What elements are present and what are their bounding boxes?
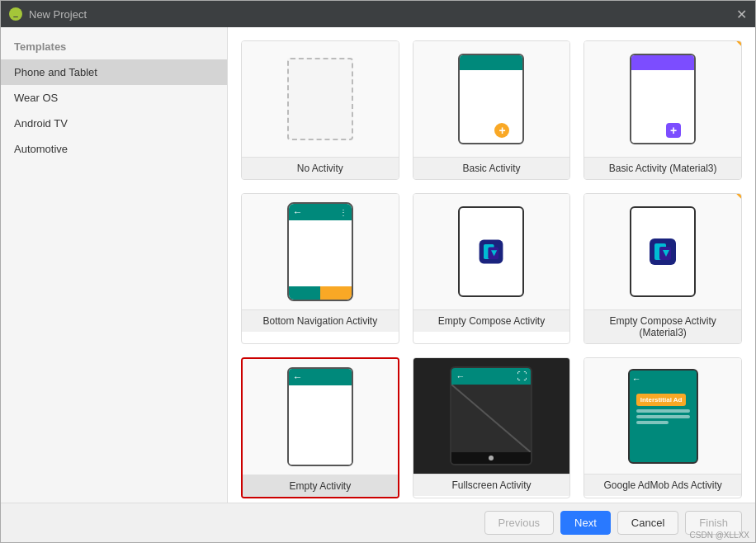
template-label-empty-compose-material3: Empty Compose Activity (Material3) bbox=[584, 309, 741, 343]
title-bar: New Project ✕ bbox=[1, 1, 755, 27]
admob-topbar: ← bbox=[630, 371, 697, 387]
template-label-bottom-nav: Bottom Navigation Activity bbox=[242, 309, 399, 332]
fullscreen-body bbox=[451, 385, 531, 452]
template-card-empty-activity[interactable]: ← Empty Activity bbox=[241, 357, 399, 498]
fullscreen-expand-icon: ⛶ bbox=[517, 371, 527, 382]
compose-m3-preview-ribbon: PREVIEW bbox=[706, 194, 741, 207]
template-card-admob[interactable]: ← Interstitial Ad Google AdMob Ads Activ… bbox=[584, 357, 742, 498]
admob-line-1 bbox=[636, 409, 690, 413]
template-preview-fullscreen: ← ⛶ bbox=[413, 358, 570, 474]
bottom-nav-mockup: ← ⋮ bbox=[287, 202, 353, 301]
material3-topbar bbox=[631, 55, 694, 70]
sidebar-item-automotive[interactable]: Automotive bbox=[1, 136, 227, 162]
template-card-empty-compose-material3[interactable]: PREVIEW Empty Compose Activity (Material… bbox=[584, 193, 742, 344]
template-card-fullscreen[interactable]: ← ⛶ bbox=[413, 357, 571, 498]
bottom-nav-bar bbox=[289, 286, 352, 300]
sidebar-section-label: Templates bbox=[1, 34, 227, 59]
material3-mockup: + bbox=[630, 54, 696, 144]
basic-activity-fab: + bbox=[494, 123, 509, 138]
basic-activity-topbar bbox=[460, 55, 522, 70]
next-button[interactable]: Next bbox=[560, 511, 611, 535]
basic-activity-mockup: + bbox=[458, 54, 524, 144]
fullscreen-mockup: ← ⛶ bbox=[450, 366, 532, 465]
material3-fab: + bbox=[666, 123, 681, 138]
preview-ribbon: PREVIEW bbox=[706, 41, 741, 54]
template-card-basic-activity[interactable]: + Basic Activity bbox=[413, 40, 571, 180]
admob-line-2 bbox=[636, 415, 690, 418]
empty-back-arrow-icon: ← bbox=[293, 371, 303, 383]
fullscreen-bottom-nav bbox=[451, 452, 531, 464]
sidebar-item-phone-tablet[interactable]: Phone and Tablet bbox=[1, 59, 227, 85]
admob-ad-label: Interstitial Ad bbox=[636, 394, 687, 406]
fullscreen-back-icon: ← bbox=[456, 371, 465, 381]
svg-rect-1 bbox=[12, 13, 19, 17]
admob-mockup: ← Interstitial Ad bbox=[628, 369, 698, 464]
template-label-no-activity: No Activity bbox=[242, 157, 399, 179]
empty-activity-mockup: ← bbox=[287, 367, 353, 466]
template-card-bottom-navigation[interactable]: ← ⋮ Bottom Navigation Activity bbox=[241, 193, 399, 344]
compose-m3-logo-icon bbox=[646, 235, 679, 268]
bottom-nav-topbar: ← ⋮ bbox=[289, 204, 352, 220]
template-grid-area: No Activity + Basic Activity bbox=[228, 27, 755, 503]
sidebar: Templates Phone and Tablet Wear OS Andro… bbox=[1, 27, 228, 503]
cancel-button[interactable]: Cancel bbox=[617, 511, 678, 535]
template-card-no-activity[interactable]: No Activity bbox=[241, 40, 399, 180]
android-icon bbox=[9, 7, 22, 21]
template-card-empty-compose[interactable]: Empty Compose Activity bbox=[413, 193, 571, 344]
empty-activity-body bbox=[289, 385, 352, 465]
admob-line-3 bbox=[636, 421, 669, 424]
svg-point-5 bbox=[17, 11, 17, 12]
compose-logo-icon bbox=[476, 237, 506, 267]
template-preview-empty-compose bbox=[413, 194, 570, 309]
previous-button[interactable]: Previous bbox=[484, 511, 555, 535]
empty-activity-topbar: ← bbox=[289, 369, 352, 385]
template-label-admob: Google AdMob Ads Activity bbox=[584, 474, 741, 496]
template-preview-admob: ← Interstitial Ad bbox=[584, 358, 741, 474]
template-preview-bottom-nav: ← ⋮ bbox=[242, 194, 399, 309]
compose-m3-mockup bbox=[630, 206, 696, 297]
back-arrow-icon: ← bbox=[293, 206, 303, 218]
menu-dots-icon: ⋮ bbox=[339, 208, 347, 217]
template-preview-basic-activity: + bbox=[413, 41, 570, 157]
content-area: Templates Phone and Tablet Wear OS Andro… bbox=[1, 27, 755, 503]
template-label-basic-material3: Basic Activity (Material3) bbox=[584, 157, 741, 179]
footer: Previous Next Cancel Finish bbox=[1, 503, 755, 542]
template-label-empty-compose: Empty Compose Activity bbox=[413, 309, 570, 332]
template-preview-no-activity bbox=[242, 41, 399, 157]
no-activity-mockup bbox=[287, 58, 353, 140]
window-title: New Project bbox=[29, 8, 736, 21]
template-grid: No Activity + Basic Activity bbox=[241, 40, 742, 498]
fullscreen-topbar: ← ⛶ bbox=[451, 368, 531, 385]
template-label-fullscreen: Fullscreen Activity bbox=[413, 474, 570, 496]
template-label-empty-activity: Empty Activity bbox=[243, 475, 398, 497]
svg-point-4 bbox=[14, 11, 15, 12]
template-preview-basic-material3: + PREVIEW bbox=[584, 41, 741, 157]
template-preview-empty-activity: ← bbox=[243, 359, 398, 475]
admob-back-icon: ← bbox=[632, 374, 641, 384]
new-project-window: New Project ✕ Templates Phone and Tablet… bbox=[0, 0, 756, 543]
close-button[interactable]: ✕ bbox=[736, 7, 747, 22]
compose-mockup bbox=[458, 206, 524, 297]
sidebar-item-android-tv[interactable]: Android TV bbox=[1, 111, 227, 136]
template-card-basic-activity-material3[interactable]: + PREVIEW Basic Activity (Material3) bbox=[584, 40, 742, 180]
template-preview-empty-compose-material3: PREVIEW bbox=[584, 194, 741, 309]
sidebar-item-wear-os[interactable]: Wear OS bbox=[1, 85, 227, 111]
diagonal-line-icon bbox=[451, 385, 531, 452]
template-label-basic-activity: Basic Activity bbox=[413, 157, 570, 179]
bottom-nav-body bbox=[289, 220, 352, 286]
watermark: CSDN @XLLXX bbox=[690, 531, 749, 540]
